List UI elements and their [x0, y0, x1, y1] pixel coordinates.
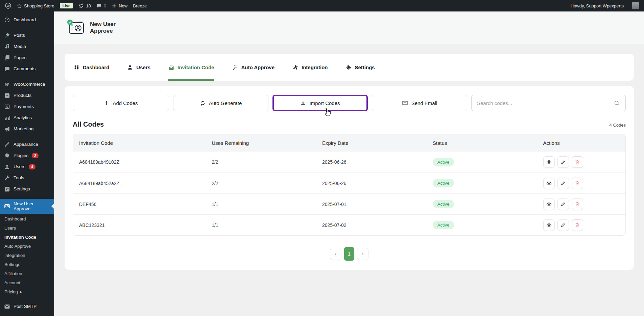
- view-code-button[interactable]: [543, 178, 555, 189]
- wordpress-logo-icon[interactable]: W: [5, 2, 11, 9]
- sidebar-item-post-smtp[interactable]: Post SMTP: [0, 301, 54, 312]
- analytics-icon: [4, 114, 10, 121]
- sidebar-item-new-user-approve[interactable]: New User Approve: [0, 199, 54, 214]
- sidebar-item-products[interactable]: Products: [0, 90, 54, 101]
- uses-value: 1/1: [206, 202, 316, 207]
- code-value: ABC123321: [73, 222, 206, 228]
- auto-generate-button[interactable]: Auto Generate: [173, 95, 268, 111]
- view-code-button[interactable]: [543, 219, 555, 231]
- live-badge[interactable]: Live: [60, 3, 73, 8]
- paintbrush-icon: [4, 141, 10, 148]
- sidebar-item-plugins[interactable]: Plugins 2: [0, 150, 54, 161]
- tab-integration[interactable]: Integration: [292, 54, 328, 81]
- submenu-item-affiliation[interactable]: Affiliation: [0, 269, 54, 278]
- users-tab-icon: [127, 64, 133, 71]
- codes-count: 4 Codes: [610, 123, 626, 128]
- updates-indicator[interactable]: 10: [78, 3, 91, 8]
- edit-code-button[interactable]: [557, 178, 569, 189]
- breeze-menu[interactable]: Breeze: [133, 3, 147, 8]
- sidebar-item-dashboard[interactable]: Dashboard: [0, 14, 54, 25]
- plugins-update-badge: 2: [32, 153, 39, 158]
- search-icon[interactable]: [614, 100, 620, 106]
- expiry-value: 2025-06-26: [316, 181, 427, 186]
- table-row: DEF456 1/1 2025-07-01 Active: [73, 193, 625, 214]
- woocommerce-icon: W: [4, 81, 10, 87]
- edit-code-button[interactable]: [557, 219, 569, 231]
- site-name: Shopping Store: [24, 3, 54, 8]
- sidebar-item-tools[interactable]: Tools: [0, 172, 54, 183]
- tab-auto-approve[interactable]: Auto Approve: [232, 54, 275, 81]
- view-code-button[interactable]: [543, 156, 555, 168]
- submenu-item-integration[interactable]: Integration: [0, 251, 54, 260]
- expiry-value: 2025-07-02: [316, 222, 427, 228]
- howdy-text[interactable]: Howdy, Support Wpexperts: [571, 3, 624, 8]
- table-body: A684189ab49102Z 2/2 2025-06-26 Active A6…: [73, 152, 625, 235]
- plugin-header: New User Approve: [54, 11, 644, 44]
- sidebar-item-users[interactable]: Users 4: [0, 161, 54, 172]
- delete-code-button[interactable]: [572, 199, 583, 210]
- view-code-button[interactable]: [543, 199, 555, 210]
- site-name-link[interactable]: Shopping Store: [17, 3, 54, 8]
- user-avatar[interactable]: [632, 2, 639, 9]
- edit-code-button[interactable]: [557, 199, 569, 210]
- tab-dashboard[interactable]: Dashboard: [73, 54, 109, 81]
- import-codes-button[interactable]: Import Codes: [272, 95, 368, 111]
- media-icon: [4, 43, 10, 50]
- send-email-button[interactable]: Send Email: [372, 95, 467, 111]
- invitation-envelope-icon: [168, 64, 174, 71]
- new-content-button[interactable]: New: [112, 3, 127, 8]
- sidebar-item-payments[interactable]: $ Payments: [0, 101, 54, 112]
- uses-value: 2/2: [206, 159, 316, 165]
- sidebar-item-media[interactable]: Media: [0, 41, 54, 52]
- integration-icon: [292, 64, 299, 71]
- current-page-button[interactable]: 1: [344, 247, 354, 261]
- comments-indicator[interactable]: 0: [96, 3, 106, 8]
- refresh-icon: [200, 100, 206, 106]
- col-invitation-code: Invitation Code: [73, 140, 206, 146]
- edit-code-button[interactable]: [557, 156, 569, 168]
- eye-icon: [546, 222, 552, 228]
- delete-code-button[interactable]: [572, 156, 583, 168]
- search-codes-input[interactable]: [477, 100, 610, 106]
- sidebar-item-appearance[interactable]: Appearance: [0, 139, 54, 150]
- submenu-item-invitation-code[interactable]: Invitation Code: [0, 233, 54, 242]
- tab-users[interactable]: Users: [127, 54, 150, 81]
- submenu-item-pricing[interactable]: Pricing ➤: [0, 287, 54, 296]
- search-codes-box: [471, 95, 626, 111]
- delete-code-button[interactable]: [572, 178, 583, 189]
- svg-text:W: W: [7, 4, 10, 8]
- plugin-brand: New User Approve: [66, 19, 116, 36]
- pencil-icon: [560, 181, 566, 186]
- sidebar-item-woocommerce[interactable]: W WooCommerce: [0, 79, 54, 90]
- add-codes-button[interactable]: Add Codes: [73, 95, 169, 111]
- submenu-item-account[interactable]: Account: [0, 278, 54, 287]
- sidebar-item-settings[interactable]: Settings: [0, 183, 54, 194]
- magic-wand-icon: [232, 64, 238, 71]
- tab-invitation-code[interactable]: Invitation Code: [168, 54, 214, 81]
- status-badge: Active: [433, 158, 454, 166]
- pencil-icon: [560, 160, 566, 165]
- invitation-codes-panel: Add Codes Auto Generate Import Codes Sen…: [65, 86, 634, 270]
- sidebar-item-comments[interactable]: Comments: [0, 63, 54, 74]
- eye-icon: [546, 159, 552, 165]
- sidebar-item-pages[interactable]: Pages: [0, 52, 54, 63]
- code-value: A684189ab452a2Z: [73, 181, 206, 186]
- eye-icon: [546, 202, 552, 207]
- delete-code-button[interactable]: [572, 219, 583, 231]
- table-row: ABC123321 1/1 2025-07-02 Active: [73, 214, 625, 235]
- pencil-icon: [560, 222, 566, 228]
- code-value: A684189ab49102Z: [73, 159, 206, 165]
- prev-page-button[interactable]: ‹: [330, 248, 341, 260]
- submenu-item-dashboard[interactable]: Dashboard: [0, 214, 54, 223]
- sidebar-item-analytics[interactable]: Analytics: [0, 112, 54, 123]
- next-page-button[interactable]: ›: [357, 248, 368, 260]
- download-icon: [300, 100, 306, 106]
- codes-toolbar: Add Codes Auto Generate Import Codes Sen…: [73, 95, 626, 111]
- submenu-item-settings[interactable]: Settings: [0, 260, 54, 269]
- sidebar-item-posts[interactable]: Posts: [0, 30, 54, 41]
- sidebar-item-marketing[interactable]: Marketing: [0, 123, 54, 134]
- col-actions: Actions: [537, 140, 625, 146]
- tab-settings[interactable]: Settings: [345, 54, 375, 81]
- submenu-item-auto-approve[interactable]: Auto Approve: [0, 242, 54, 251]
- submenu-item-users[interactable]: Users: [0, 223, 54, 233]
